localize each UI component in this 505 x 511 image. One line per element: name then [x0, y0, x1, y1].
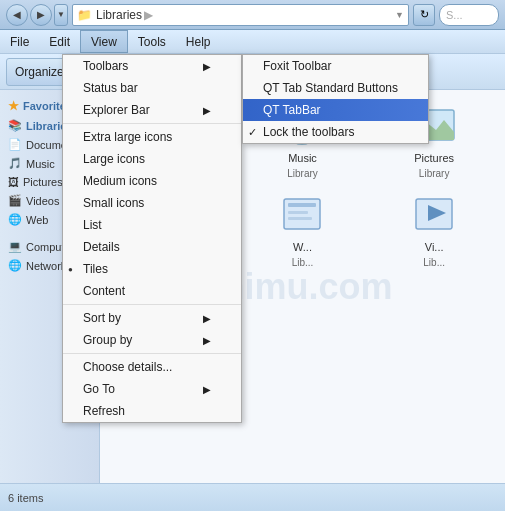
computer-icon: 💻 — [8, 240, 22, 253]
folder-icon: 📁 — [77, 8, 92, 22]
svg-rect-17 — [288, 211, 308, 214]
music-icon: 🎵 — [8, 157, 22, 170]
address-bar[interactable]: 📁 Libraries ▶ ▼ — [72, 4, 409, 26]
organize-label: Organize — [15, 65, 64, 79]
menu-help[interactable]: Help — [176, 30, 221, 53]
vi-library-label: Vi... — [425, 241, 444, 253]
lock-checkmark-icon: ✓ — [248, 126, 257, 139]
menu-file[interactable]: File — [0, 30, 39, 53]
toolbar-lock[interactable]: ✓ Lock the toolbars — [243, 121, 428, 143]
w-library-sub: Lib... — [292, 257, 314, 268]
view-menu-refresh[interactable]: Refresh — [63, 400, 241, 422]
address-text: Libraries — [96, 8, 142, 22]
view-menu-popup: Toolbars ▶ Status bar Explorer Bar ▶ Ext… — [62, 54, 242, 423]
divider-3 — [63, 353, 241, 354]
view-menu-content[interactable]: Content — [63, 280, 241, 302]
view-menu-toolbars[interactable]: Toolbars ▶ — [63, 55, 241, 77]
music-library-label: Music — [288, 152, 317, 164]
view-menu-tiles[interactable]: Tiles — [63, 258, 241, 280]
view-menu-small-icons[interactable]: Small icons — [63, 192, 241, 214]
vi-library-icon — [410, 189, 458, 237]
pictures-library-label: Pictures — [414, 152, 454, 164]
view-menu-list[interactable]: List — [63, 214, 241, 236]
view-menu-extra-large-icons[interactable]: Extra large icons — [63, 126, 241, 148]
address-separator: ▶ — [144, 8, 153, 22]
web-icon: 🌐 — [8, 213, 22, 226]
view-menu-large-icons[interactable]: Large icons — [63, 148, 241, 170]
address-dropdown-icon[interactable]: ▼ — [395, 10, 404, 20]
refresh-button[interactable]: ↻ — [413, 4, 435, 26]
toolbars-submenu-arrow: ▶ — [203, 61, 211, 72]
sort-by-submenu-arrow: ▶ — [203, 313, 211, 324]
favorites-star-icon: ★ — [8, 99, 19, 113]
nav-buttons: ◀ ▶ ▼ — [6, 4, 68, 26]
libraries-icon: 📚 — [8, 119, 22, 132]
network-icon: 🌐 — [8, 259, 22, 272]
content-item-w[interactable]: W... Lib... — [242, 189, 364, 268]
view-menu-sort-by[interactable]: Sort by ▶ — [63, 307, 241, 329]
toolbars-submenu-popup: Foxit Toolbar QT Tab Standard Buttons QT… — [242, 54, 429, 144]
videos-icon: 🎬 — [8, 194, 22, 207]
search-placeholder: S... — [446, 9, 463, 21]
content-item-vi[interactable]: Vi... Lib... — [373, 189, 495, 268]
menu-bar: File Edit View Tools Help — [0, 30, 505, 54]
pictures-icon: 🖼 — [8, 176, 19, 188]
documents-icon: 📄 — [8, 138, 22, 151]
w-library-label: W... — [293, 241, 312, 253]
view-menu-explorer-bar[interactable]: Explorer Bar ▶ — [63, 99, 241, 121]
view-menu-choose-details[interactable]: Choose details... — [63, 356, 241, 378]
view-menu-group-by[interactable]: Group by ▶ — [63, 329, 241, 351]
forward-button[interactable]: ▶ — [30, 4, 52, 26]
toolbar-qt-tabbar[interactable]: QT TabBar — [243, 99, 428, 121]
toolbar-foxit[interactable]: Foxit Toolbar — [243, 55, 428, 77]
w-library-icon — [278, 189, 326, 237]
divider-1 — [63, 123, 241, 124]
group-by-submenu-arrow: ▶ — [203, 335, 211, 346]
divider-2 — [63, 304, 241, 305]
nav-dropdown-button[interactable]: ▼ — [54, 4, 68, 26]
status-bar: 6 items — [0, 483, 505, 511]
view-menu-medium-icons[interactable]: Medium icons — [63, 170, 241, 192]
view-menu-go-to[interactable]: Go To ▶ — [63, 378, 241, 400]
status-text: 6 items — [8, 492, 43, 504]
back-button[interactable]: ◀ — [6, 4, 28, 26]
menu-edit[interactable]: Edit — [39, 30, 80, 53]
vi-library-sub: Lib... — [423, 257, 445, 268]
menu-tools[interactable]: Tools — [128, 30, 176, 53]
view-menu-details[interactable]: Details — [63, 236, 241, 258]
title-bar: ◀ ▶ ▼ 📁 Libraries ▶ ▼ ↻ S... — [0, 0, 505, 30]
view-menu-status-bar[interactable]: Status bar — [63, 77, 241, 99]
toolbar-qt-tab-standard[interactable]: QT Tab Standard Buttons — [243, 77, 428, 99]
pictures-library-sub: Library — [419, 168, 450, 179]
svg-rect-18 — [288, 217, 312, 220]
svg-rect-16 — [288, 203, 316, 207]
explorer-bar-submenu-arrow: ▶ — [203, 105, 211, 116]
go-to-submenu-arrow: ▶ — [203, 384, 211, 395]
music-library-sub: Library — [287, 168, 318, 179]
search-box[interactable]: S... — [439, 4, 499, 26]
menu-view[interactable]: View — [80, 30, 128, 53]
